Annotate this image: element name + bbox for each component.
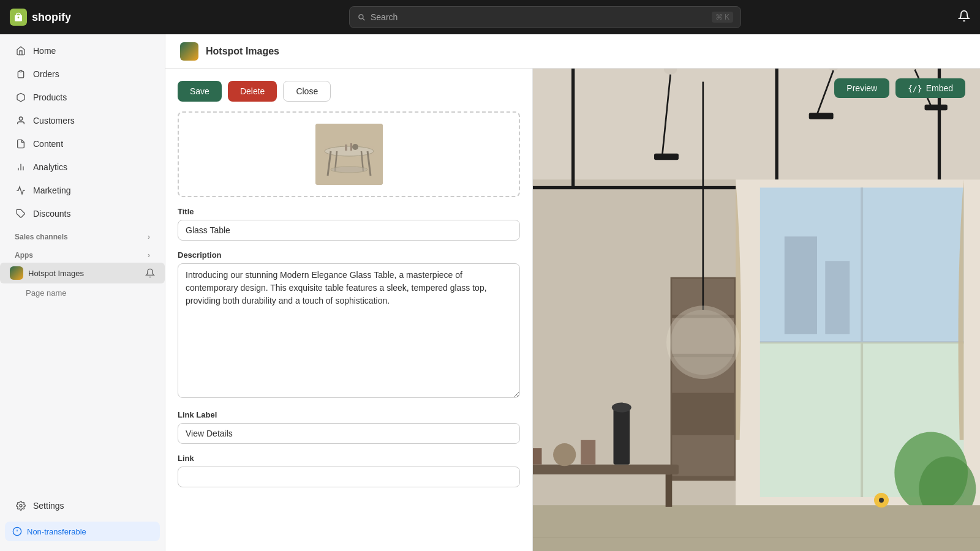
svg-point-90	[331, 167, 368, 173]
notification-icon	[145, 268, 155, 278]
sidebar-item-analytics[interactable]: Analytics	[5, 156, 160, 178]
non-transferable-badge: Non-transferable	[5, 522, 160, 541]
main-content: Preview {/} Embed Save Delete Close	[165, 69, 980, 551]
svg-rect-79	[532, 448, 542, 465]
page-header-icon	[180, 42, 198, 61]
sidebar-item-content[interactable]: Content	[5, 133, 160, 155]
svg-point-1	[19, 117, 22, 120]
svg-rect-91	[345, 144, 347, 151]
page-header: Hotspot Images	[165, 34, 980, 69]
delete-button[interactable]: Delete	[228, 81, 277, 102]
svg-rect-67	[672, 396, 734, 432]
sidebar-label-analytics: Analytics	[33, 162, 67, 172]
sidebar-label-products: Products	[33, 92, 67, 102]
link-input[interactable]	[178, 467, 520, 487]
svg-point-93	[352, 144, 358, 150]
discounts-icon	[15, 208, 27, 220]
hotspot-dot-2	[879, 498, 884, 503]
svg-rect-29	[809, 113, 834, 119]
sales-channels-chevron: ›	[148, 233, 150, 241]
embed-button[interactable]: {/} Embed	[895, 78, 965, 98]
svg-rect-77	[666, 474, 673, 507]
svg-point-85	[325, 146, 374, 156]
link-label-input[interactable]	[178, 423, 520, 444]
save-button[interactable]: Save	[178, 81, 222, 102]
sales-channels-label: Sales channels	[15, 233, 68, 241]
svg-rect-60	[825, 261, 850, 334]
sidebar-bottom: Settings Non-transferable	[0, 494, 165, 546]
svg-point-72	[671, 310, 736, 375]
apps-label: Apps	[15, 251, 33, 260]
apps-chevron: ›	[148, 251, 150, 260]
sidebar-label-discounts: Discounts	[33, 209, 70, 219]
svg-rect-26	[654, 154, 679, 160]
topbar-right	[958, 10, 970, 25]
main-layout: Home Orders Products	[0, 34, 980, 551]
description-label: Description	[178, 250, 520, 260]
image-upload-area[interactable]	[178, 111, 520, 197]
sidebar-item-marketing[interactable]: Marketing	[5, 179, 160, 201]
settings-label: Settings	[33, 501, 64, 511]
preview-button[interactable]: Preview	[834, 78, 889, 98]
sidebar-label-customers: Customers	[33, 116, 75, 126]
svg-rect-59	[785, 236, 817, 334]
hotspot-app-icon	[10, 266, 23, 280]
embed-icon: {/}	[908, 84, 922, 93]
products-icon	[15, 91, 27, 103]
svg-rect-68	[672, 435, 734, 476]
sidebar-subitem-page-name[interactable]: Page name	[0, 285, 165, 301]
sidebar: Home Orders Products	[0, 34, 165, 551]
title-input[interactable]	[178, 220, 520, 241]
svg-rect-32	[925, 105, 948, 110]
sidebar-label-home: Home	[33, 46, 56, 56]
popup-buttons: Save Delete Close	[178, 81, 520, 102]
non-transferable-label: Non-transferable	[27, 527, 86, 536]
close-button[interactable]: Close	[283, 81, 331, 102]
logo: shopify	[10, 9, 132, 26]
home-icon	[15, 45, 27, 57]
product-thumbnail	[315, 124, 383, 185]
svg-point-80	[553, 443, 576, 466]
search-icon	[357, 13, 366, 21]
title-label: Title	[178, 207, 520, 216]
sidebar-item-home[interactable]: Home	[5, 40, 160, 62]
page-title: Hotspot Images	[206, 46, 279, 57]
popup-panel: Save Delete Close	[165, 69, 533, 551]
sidebar-item-hotspot-images[interactable]: Hotspot Images	[0, 263, 165, 283]
sidebar-label-orders: Orders	[33, 69, 59, 79]
apps-section: Apps ›	[0, 244, 165, 262]
sidebar-item-orders[interactable]: Orders	[5, 63, 160, 85]
orders-icon	[15, 68, 27, 80]
sidebar-item-products[interactable]: Products	[5, 86, 160, 108]
content-icon	[15, 138, 27, 150]
svg-rect-14	[573, 69, 573, 188]
content-area: Hotspot Images	[165, 34, 980, 551]
description-textarea[interactable]: Introducing our stunning Modern Elegance…	[178, 263, 520, 398]
topbar: shopify Search ⌘ K	[0, 0, 980, 34]
hotspot-images-label: Hotspot Images	[28, 269, 84, 278]
search-shortcut: ⌘ K	[712, 12, 733, 23]
svg-point-6	[20, 504, 22, 507]
notification-bell-button[interactable]	[958, 10, 970, 25]
svg-rect-0	[20, 70, 22, 72]
svg-point-83	[612, 403, 631, 413]
marketing-icon	[15, 184, 27, 197]
svg-rect-15	[777, 69, 777, 188]
brand-name: shopify	[32, 11, 71, 24]
link-label-label: Link Label	[178, 410, 520, 419]
link-field-label: Link	[178, 454, 520, 463]
page-name-label: Page name	[26, 288, 67, 298]
sales-channels-section: Sales channels ›	[0, 225, 165, 244]
sidebar-item-customers[interactable]: Customers	[5, 110, 160, 132]
toolbar: Preview {/} Embed	[834, 78, 965, 98]
search-box[interactable]: Search ⌘ K	[349, 6, 741, 28]
sidebar-item-settings[interactable]: Settings	[5, 495, 160, 517]
info-icon	[12, 527, 22, 536]
customers-icon	[15, 114, 27, 127]
sidebar-label-content: Content	[33, 139, 63, 149]
embed-label: Embed	[926, 83, 953, 93]
analytics-icon	[15, 161, 27, 173]
sidebar-label-marketing: Marketing	[33, 186, 70, 195]
search-placeholder: Search	[371, 12, 707, 22]
sidebar-item-discounts[interactable]: Discounts	[5, 203, 160, 225]
